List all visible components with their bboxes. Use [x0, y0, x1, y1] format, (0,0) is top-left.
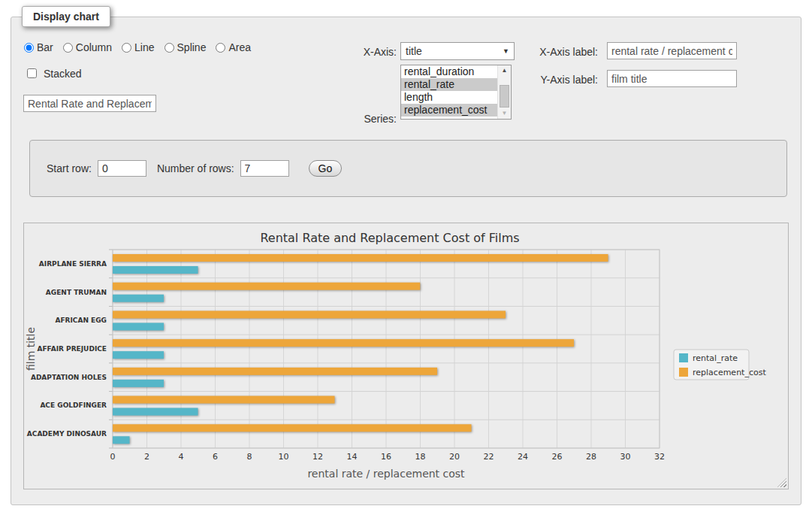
- legend-item-replacement_cost[interactable]: replacement_cost: [679, 368, 766, 377]
- chart-type-radio-spline[interactable]: [165, 43, 174, 53]
- x-axis-label-input[interactable]: [607, 42, 737, 59]
- chart-type-label: Area: [228, 41, 251, 53]
- bar-rental_rate[interactable]: [113, 351, 164, 359]
- bar-replacement_cost[interactable]: [113, 339, 574, 347]
- x-tick-label: 8: [247, 452, 252, 462]
- legend-label: rental_rate: [693, 353, 738, 363]
- series-select-label: Series:: [342, 113, 397, 125]
- y-category-label: ADAPTATION HOLES: [31, 374, 107, 381]
- bar-replacement_cost[interactable]: [113, 311, 506, 318]
- scroll-up-icon[interactable]: ▲: [498, 65, 511, 76]
- chart-svg: 02468101214161820222426283032AIRPLANE SI…: [24, 223, 788, 489]
- chart-title-input[interactable]: [23, 95, 156, 112]
- chart-type-column[interactable]: Column: [63, 41, 112, 53]
- series-option-rental_duration[interactable]: rental_duration: [401, 65, 498, 78]
- x-tick-label: 24: [518, 452, 528, 462]
- legend-label: replacement_cost: [693, 368, 766, 377]
- x-tick-label: 6: [213, 452, 218, 462]
- x-tick-label: 28: [586, 452, 596, 462]
- x-tick-label: 2: [144, 452, 149, 462]
- bar-replacement_cost[interactable]: [113, 283, 420, 290]
- chevron-down-icon: ▼: [503, 47, 509, 55]
- x-tick-label: 30: [620, 452, 631, 462]
- x-axis-select[interactable]: title ▼: [400, 42, 515, 60]
- y-category-label: AFFAIR PREJUDICE: [37, 345, 107, 353]
- num-rows-input[interactable]: [240, 160, 289, 177]
- x-axis-title: rental rate / replacement cost: [307, 468, 465, 480]
- x-tick-label: 10: [279, 452, 289, 462]
- bar-rental_rate[interactable]: [113, 295, 164, 302]
- start-row-label: Start row:: [47, 162, 92, 174]
- legend-item-rental_rate[interactable]: rental_rate: [679, 353, 738, 363]
- chart-type-label: Column: [76, 41, 112, 53]
- bar-rental_rate[interactable]: [113, 323, 164, 330]
- chart-type-radio-column[interactable]: [63, 43, 73, 53]
- y-category-label: ACE GOLDFINGER: [40, 401, 107, 409]
- y-axis-label-label: Y-Axis label:: [530, 74, 598, 86]
- rows-panel: Start row: Number of rows: Go: [29, 140, 787, 197]
- series-option-replacement_cost[interactable]: replacement_cost: [401, 104, 498, 117]
- go-button[interactable]: Go: [309, 160, 343, 177]
- scroll-down-icon[interactable]: ▼: [498, 108, 511, 119]
- start-row-input[interactable]: [98, 160, 146, 177]
- x-tick-label: 0: [110, 452, 116, 462]
- x-axis-label-label: X-Axis label:: [530, 46, 598, 58]
- chart-type-label: Spline: [177, 41, 207, 53]
- series-scrollbar[interactable]: ▲ ▼: [497, 65, 511, 119]
- y-category-label: AGENT TRUMAN: [46, 289, 107, 296]
- series-option-rental_rate[interactable]: rental_rate: [401, 78, 498, 91]
- x-tick-label: 32: [654, 452, 665, 462]
- x-tick-label: 14: [347, 452, 358, 462]
- x-tick-label: 22: [484, 452, 494, 462]
- chart-type-label: Line: [134, 41, 154, 53]
- scrollbar-thumb[interactable]: [500, 85, 509, 108]
- chart-type-radio-area[interactable]: [216, 43, 225, 53]
- x-tick-label: 16: [381, 452, 391, 462]
- stacked-row[interactable]: Stacked: [24, 66, 82, 80]
- x-tick-label: 12: [312, 452, 323, 462]
- bar-replacement_cost[interactable]: [113, 396, 335, 404]
- chart-title: Rental Rate and Replacement Cost of Film…: [260, 231, 519, 245]
- series-listbox[interactable]: rental_durationrental_ratelengthreplacem…: [400, 65, 512, 120]
- bar-rental_rate[interactable]: [113, 380, 164, 387]
- chart-type-line[interactable]: Line: [122, 41, 154, 53]
- x-tick-label: 26: [552, 452, 563, 462]
- fieldset-legend: Display chart: [22, 6, 110, 27]
- x-tick-label: 18: [415, 452, 426, 462]
- chart-type-radio-bar[interactable]: [24, 43, 34, 53]
- series-options: rental_durationrental_ratelengthreplacem…: [401, 65, 498, 117]
- stacked-checkbox[interactable]: [27, 68, 37, 78]
- x-axis-select-label: X-Axis:: [342, 46, 397, 58]
- display-chart-fieldset: Display chart BarColumnLineSplineArea St…: [11, 17, 801, 505]
- bar-rental_rate[interactable]: [113, 408, 198, 416]
- bar-replacement_cost[interactable]: [113, 368, 437, 375]
- chart-type-spline[interactable]: Spline: [165, 41, 207, 53]
- x-axis-select-value: title: [406, 45, 422, 57]
- num-rows-label: Number of rows:: [157, 162, 234, 174]
- bar-rental_rate[interactable]: [113, 266, 198, 274]
- stacked-label: Stacked: [44, 68, 82, 80]
- chart-type-area[interactable]: Area: [216, 41, 251, 53]
- x-tick-label: 20: [449, 452, 460, 462]
- bar-replacement_cost[interactable]: [113, 424, 472, 432]
- y-category-label: AIRPLANE SIERRA: [39, 260, 107, 268]
- bar-replacement_cost[interactable]: [113, 254, 608, 262]
- y-axis-title: film title: [25, 327, 37, 371]
- chart-container: 02468101214161820222426283032AIRPLANE SI…: [23, 223, 789, 489]
- chart-type-group: BarColumnLineSplineArea: [24, 41, 251, 53]
- y-axis-label-input[interactable]: [607, 70, 737, 87]
- legend-swatch-icon: [679, 353, 688, 362]
- chart-type-radio-line[interactable]: [122, 43, 131, 53]
- chart-legend: rental_ratereplacement_cost: [674, 350, 766, 380]
- chart-type-bar[interactable]: Bar: [24, 41, 53, 53]
- x-tick-label: 4: [179, 452, 184, 462]
- chart-type-label: Bar: [37, 41, 53, 53]
- legend-swatch-icon: [679, 368, 688, 377]
- y-category-label: ACADEMY DINOSAUR: [27, 430, 107, 438]
- series-option-length[interactable]: length: [401, 91, 498, 104]
- y-category-label: AFRICAN EGG: [55, 317, 107, 324]
- bar-rental_rate[interactable]: [113, 436, 130, 444]
